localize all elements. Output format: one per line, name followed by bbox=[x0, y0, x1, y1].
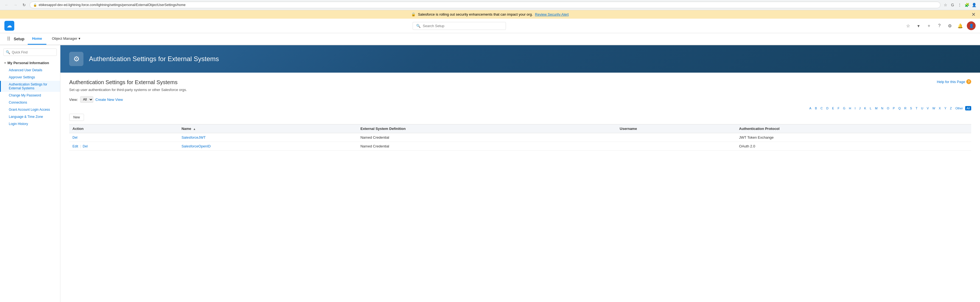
alpha-btn-Q[interactable]: Q bbox=[897, 106, 902, 111]
alpha-btn-D[interactable]: D bbox=[825, 106, 830, 111]
sidebar-item-grant-account-login[interactable]: Grant Account Login Access bbox=[0, 106, 60, 113]
back-button[interactable]: ← bbox=[3, 2, 10, 8]
alpha-btn-S[interactable]: S bbox=[908, 106, 913, 111]
sidebar-section-my-personal-info[interactable]: ▾ My Personal Information bbox=[0, 59, 60, 66]
row1-external-system-def: Named Credential bbox=[357, 133, 617, 142]
puzzle-icon[interactable]: 🧩 bbox=[964, 2, 970, 8]
profile-avatar[interactable]: 👤 bbox=[971, 2, 977, 8]
view-label: View: bbox=[69, 98, 78, 102]
content-body: Help for this Page ? Authentication Sett… bbox=[60, 73, 980, 302]
address-bar: 🔒 ebikesappsf-dev-ed.lightning.force.com… bbox=[30, 2, 940, 8]
search-input[interactable] bbox=[423, 24, 502, 28]
star-icon[interactable]: ☆ bbox=[943, 2, 948, 8]
settings-icon[interactable]: ⚙ bbox=[946, 22, 954, 30]
alpha-btn-U[interactable]: U bbox=[920, 106, 924, 111]
alpha-btn-C[interactable]: C bbox=[819, 106, 824, 111]
nav-app-name: Setup bbox=[14, 37, 24, 41]
row2-external-system-def: Named Credential bbox=[357, 142, 617, 151]
app-launcher-icon[interactable]: ⠿ bbox=[5, 35, 13, 43]
notification-text: Salesforce is rolling out security enhan… bbox=[418, 12, 533, 16]
alphabet-filter: A B C D E F G H I J K L M N O P Q R S T bbox=[69, 106, 971, 111]
row2-username bbox=[617, 142, 736, 151]
col-header-name[interactable]: Name ▲ bbox=[178, 125, 357, 133]
alpha-btn-P[interactable]: P bbox=[891, 106, 896, 111]
alpha-btn-R[interactable]: R bbox=[903, 106, 908, 111]
nav-tab-home[interactable]: Home bbox=[28, 33, 46, 45]
main-layout: 🔍 ▾ My Personal Information Advanced Use… bbox=[0, 45, 980, 302]
alpha-btn-O[interactable]: O bbox=[886, 106, 891, 111]
search-bar: 🔍 bbox=[413, 22, 506, 30]
alpha-btn-J[interactable]: J bbox=[858, 106, 862, 111]
sidebar-item-login-history[interactable]: Login History bbox=[0, 120, 60, 127]
alpha-btn-M[interactable]: M bbox=[874, 106, 879, 111]
browser-bar: ← → ↻ 🔒 ebikesappsf-dev-ed.lightning.for… bbox=[0, 0, 980, 10]
create-view-link[interactable]: Create New View bbox=[95, 98, 123, 102]
notification-close-button[interactable]: ✕ bbox=[972, 11, 975, 17]
help-link[interactable]: Help for this Page ? bbox=[937, 79, 971, 84]
alpha-btn-I[interactable]: I bbox=[853, 106, 857, 111]
nav-tab-object-manager[interactable]: Object Manager ▾ bbox=[48, 33, 85, 45]
sidebar-search-container: 🔍 bbox=[3, 49, 57, 56]
view-select[interactable]: All bbox=[80, 96, 93, 103]
alpha-btn-other[interactable]: Other bbox=[954, 106, 964, 111]
alpha-btn-X[interactable]: X bbox=[937, 106, 942, 111]
alpha-btn-E[interactable]: E bbox=[830, 106, 835, 111]
alpha-btn-K[interactable]: K bbox=[863, 106, 867, 111]
row2-name-link[interactable]: SalesforceOpenID bbox=[181, 144, 210, 148]
row2-edit-link[interactable]: Edit bbox=[72, 144, 78, 148]
alpha-btn-B[interactable]: B bbox=[814, 106, 818, 111]
alpha-btn-A[interactable]: A bbox=[808, 106, 813, 111]
sf-logo[interactable]: ☁ bbox=[5, 21, 14, 31]
alpha-btn-V[interactable]: V bbox=[925, 106, 930, 111]
action-separator: | bbox=[80, 144, 81, 148]
alpha-btn-G[interactable]: G bbox=[842, 106, 847, 111]
sidebar-item-approver-settings[interactable]: Approver Settings bbox=[0, 74, 60, 81]
section-arrow-icon: ▾ bbox=[5, 62, 6, 65]
account-icon[interactable]: G bbox=[950, 2, 955, 8]
row2-del-link[interactable]: Del bbox=[83, 144, 88, 148]
alpha-btn-W[interactable]: W bbox=[931, 106, 936, 111]
refresh-button[interactable]: ↻ bbox=[21, 2, 27, 8]
alpha-btn-Z[interactable]: Z bbox=[949, 106, 953, 111]
row2-auth-protocol: OAuth 2.0 bbox=[736, 142, 971, 151]
row1-name-link[interactable]: SalesforceJWT bbox=[181, 135, 205, 139]
view-row: View: All Create New View bbox=[69, 96, 971, 103]
alpha-btn-T[interactable]: T bbox=[914, 106, 919, 111]
header-actions: ☆ ▾ ＋ ? ⚙ 🔔 👤 bbox=[904, 21, 975, 30]
page-subtitle: Set up user authentication for third-par… bbox=[69, 88, 971, 92]
content-header-icon: ⚙ bbox=[69, 52, 83, 66]
help-link-text: Help for this Page bbox=[937, 80, 965, 84]
sf-nav: ⠿ Setup Home Object Manager ▾ bbox=[0, 33, 980, 45]
view-left: View: All Create New View bbox=[69, 96, 123, 103]
new-button[interactable]: New bbox=[69, 114, 84, 121]
row1-del-link[interactable]: Del bbox=[72, 136, 77, 139]
alpha-btn-F[interactable]: F bbox=[836, 106, 841, 111]
ssl-lock-icon: 🔒 bbox=[33, 3, 37, 7]
sidebar-item-change-password[interactable]: Change My Password bbox=[0, 92, 60, 99]
dropdown-icon[interactable]: ▾ bbox=[915, 22, 922, 30]
forward-button[interactable]: → bbox=[12, 2, 19, 8]
sidebar-item-language-timezone[interactable]: Language & Time Zone bbox=[0, 113, 60, 120]
alpha-btn-all[interactable]: All bbox=[965, 106, 971, 111]
browser-actions: ☆ G ⋮ 🧩 👤 bbox=[943, 2, 977, 8]
alpha-btn-H[interactable]: H bbox=[848, 106, 853, 111]
sidebar-item-auth-settings[interactable]: Authentication Settings for External Sys… bbox=[0, 81, 60, 92]
help-page-icon: ? bbox=[966, 79, 971, 84]
alpha-btn-Y[interactable]: Y bbox=[943, 106, 948, 111]
sidebar-item-advanced-user-details[interactable]: Advanced User Details bbox=[0, 66, 60, 74]
add-icon[interactable]: ＋ bbox=[925, 22, 933, 30]
notifications-icon[interactable]: 🔔 bbox=[956, 22, 964, 30]
sidebar-search-icon: 🔍 bbox=[6, 50, 10, 54]
col-header-external-system: External System Definition bbox=[357, 125, 617, 133]
sidebar-search-input[interactable] bbox=[12, 51, 54, 54]
row2-name: SalesforceOpenID bbox=[178, 142, 357, 151]
url-text: ebikesappsf-dev-ed.lightning.force.com/l… bbox=[39, 3, 186, 7]
bookmark-icon[interactable]: ☆ bbox=[904, 22, 912, 30]
user-avatar[interactable]: 👤 bbox=[967, 21, 975, 30]
alpha-btn-L[interactable]: L bbox=[868, 106, 873, 111]
notification-link[interactable]: Review Security Alert bbox=[535, 12, 569, 16]
extensions-icon[interactable]: ⋮ bbox=[957, 2, 963, 8]
sidebar-item-connections[interactable]: Connections bbox=[0, 99, 60, 106]
alpha-btn-N[interactable]: N bbox=[880, 106, 885, 111]
help-icon[interactable]: ? bbox=[935, 22, 943, 30]
